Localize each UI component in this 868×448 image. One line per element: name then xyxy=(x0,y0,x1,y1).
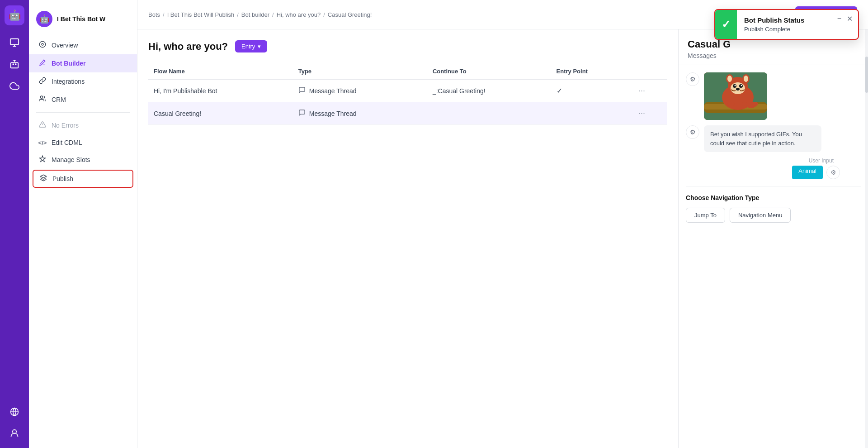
right-panel-subtitle: Messages xyxy=(688,52,859,59)
bot-image xyxy=(704,72,767,120)
col-actions xyxy=(633,63,667,80)
breadcrumb-bot-name[interactable]: I Bet This Bot Will Publish xyxy=(167,11,235,18)
globe-icon[interactable] xyxy=(5,403,24,421)
main: Bots / I Bet This Bot Will Publish / Bot… xyxy=(137,0,868,448)
type-label-2: Message Thread xyxy=(309,110,357,117)
scroll-thumb[interactable] xyxy=(865,57,868,93)
notification-subtitle: Publish Complete xyxy=(744,26,825,33)
nav-type-title: Choose Navigation Type xyxy=(686,194,861,201)
image-message-row: ⚙ xyxy=(686,72,861,120)
col-continue-to: Continue To xyxy=(427,63,551,80)
integrations-label: Integrations xyxy=(52,78,85,85)
navigation-menu-button[interactable]: Navigation Menu xyxy=(730,208,791,223)
jump-to-button[interactable]: Jump To xyxy=(686,208,725,223)
sidebar: 🤖 I Bet This Bot W Overview Bot Builder … xyxy=(29,0,137,448)
svg-point-27 xyxy=(727,102,735,106)
sidebar-item-crm[interactable]: CRM xyxy=(29,91,137,109)
sidebar-item-edit-cdml[interactable]: </> Edit CDML xyxy=(29,134,137,151)
breadcrumb-flow[interactable]: Hi, who are you? xyxy=(277,11,321,18)
content-area: Hi, who are you? Entry ▾ Flow Name Type … xyxy=(137,29,868,448)
logo[interactable]: 🤖 xyxy=(5,5,24,25)
text-message-row: ⚙ Bet you wish I supported GIFs. You cou… xyxy=(686,125,861,152)
message-thread-icon-1 xyxy=(298,86,306,95)
crm-icon xyxy=(38,95,47,104)
gear-button-3[interactable]: ⚙ xyxy=(826,166,840,179)
flow-name-cell: Hi, I'm Publishable Bot xyxy=(148,80,293,102)
entry-point-cell-2 xyxy=(551,102,633,125)
breadcrumb-bot-builder[interactable]: Bot builder xyxy=(241,11,269,18)
svg-point-7 xyxy=(42,43,43,45)
col-entry-point: Entry Point xyxy=(551,63,633,80)
svg-point-25 xyxy=(744,76,748,82)
integrations-icon xyxy=(38,77,47,86)
notification-green-bar: ✓ xyxy=(715,10,737,39)
message-thread-icon-2 xyxy=(298,109,306,118)
right-panel-title: Casual G xyxy=(688,38,859,50)
breadcrumb-greeting[interactable]: Casual Greeting! xyxy=(328,11,372,18)
svg-rect-1 xyxy=(11,62,19,68)
publish-icon xyxy=(39,174,48,183)
edit-cdml-label: Edit CDML xyxy=(52,139,82,146)
sidebar-item-manage-slots[interactable]: Manage Slots xyxy=(29,151,137,169)
notification-body: Bot Publish Status Publish Complete xyxy=(737,10,832,39)
svg-point-21 xyxy=(736,88,740,91)
user-input-label: User Input xyxy=(686,157,834,164)
sidebar-item-overview[interactable]: Overview xyxy=(29,36,137,54)
close-button[interactable]: ✕ xyxy=(845,14,854,24)
type-cell: Message Thread xyxy=(293,80,427,102)
more-cell: ··· xyxy=(633,80,667,102)
table-row[interactable]: Casual Greeting! Message Thread xyxy=(148,102,667,125)
scroll-track xyxy=(865,29,868,448)
bot-icon[interactable] xyxy=(5,55,24,73)
sidebar-item-no-errors[interactable]: No Errors xyxy=(29,116,137,134)
cloud-icon[interactable] xyxy=(5,77,24,95)
svg-point-2 xyxy=(13,64,14,65)
chat-icon[interactable] xyxy=(5,33,24,52)
entry-label: Entry xyxy=(241,43,255,50)
nav-type-section: Choose Navigation Type Jump To Navigatio… xyxy=(686,186,861,226)
continue-to-cell-2 xyxy=(427,102,551,125)
row-more-button-1[interactable]: ··· xyxy=(638,86,645,95)
right-panel: Casual G Messages ⚙ xyxy=(678,29,868,448)
gear-button-2[interactable]: ⚙ xyxy=(686,125,699,139)
no-errors-label: No Errors xyxy=(52,122,79,129)
entry-checkmark: ✓ xyxy=(557,87,562,95)
table-row[interactable]: Hi, I'm Publishable Bot Message Thread _… xyxy=(148,80,667,102)
notification-title: Bot Publish Status xyxy=(744,16,825,24)
flow-name-cell-2: Casual Greeting! xyxy=(148,102,293,125)
entry-point-cell: ✓ xyxy=(551,80,633,102)
svg-rect-0 xyxy=(10,39,19,45)
publish-label: Publish xyxy=(52,175,73,182)
icon-bar: 🤖 xyxy=(0,0,29,448)
overview-icon xyxy=(38,41,47,50)
crm-label: CRM xyxy=(52,96,66,103)
flow-area: Hi, who are you? Entry ▾ Flow Name Type … xyxy=(137,29,678,448)
gear-button-1[interactable]: ⚙ xyxy=(686,72,699,86)
bot-message-text: Bet you wish I supported GIFs. You could… xyxy=(704,125,821,152)
breadcrumb-bots[interactable]: Bots xyxy=(148,11,160,18)
sidebar-item-bot-builder[interactable]: Bot Builder xyxy=(29,54,137,72)
bot-builder-label: Bot Builder xyxy=(52,60,85,67)
user-icon[interactable] xyxy=(5,424,24,443)
more-cell-2: ··· xyxy=(633,102,667,125)
animal-tag: Animal xyxy=(792,166,823,179)
svg-point-3 xyxy=(15,64,16,65)
entry-button[interactable]: Entry ▾ xyxy=(235,40,267,52)
check-icon: ✓ xyxy=(722,18,731,31)
minimize-button[interactable]: − xyxy=(835,14,843,24)
flow-header: Hi, who are you? Entry ▾ xyxy=(148,40,667,52)
no-errors-icon xyxy=(38,121,47,130)
type-label-1: Message Thread xyxy=(309,87,357,95)
sidebar-item-publish[interactable]: Publish xyxy=(33,170,133,188)
bot-name: I Bet This Bot W xyxy=(57,15,105,23)
overview-label: Overview xyxy=(52,42,78,49)
right-panel-body: ⚙ xyxy=(679,65,868,448)
flow-title: Hi, who are you? xyxy=(148,41,228,52)
svg-point-19 xyxy=(735,85,736,86)
notification-actions: − ✕ xyxy=(832,10,858,39)
manage-slots-icon xyxy=(38,155,47,164)
svg-point-28 xyxy=(741,102,748,106)
user-input-value: Animal ⚙ xyxy=(686,166,840,179)
sidebar-item-integrations[interactable]: Integrations xyxy=(29,72,137,91)
row-more-button-2[interactable]: ··· xyxy=(638,109,645,118)
